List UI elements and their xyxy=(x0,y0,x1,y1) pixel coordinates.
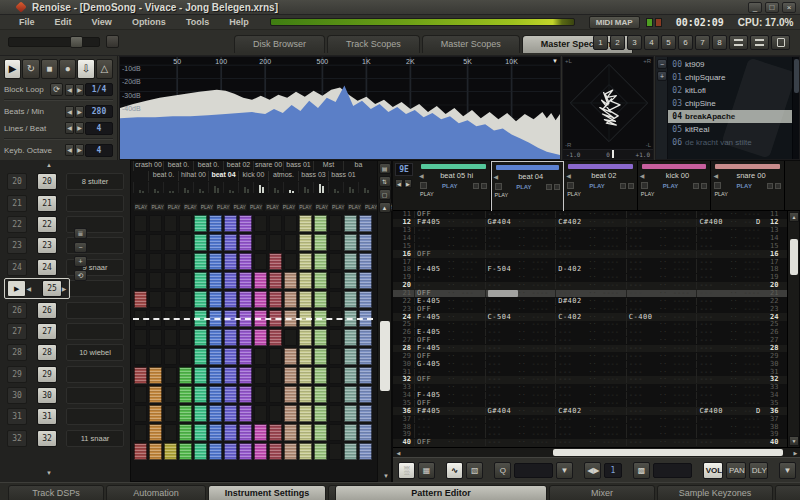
pattern-cell[interactable]: ---··---- xyxy=(696,353,767,360)
matrix-cell[interactable] xyxy=(134,386,147,403)
keyboard-value-field[interactable] xyxy=(653,463,692,478)
matrix-cell[interactable] xyxy=(359,443,372,460)
matrix-cell[interactable] xyxy=(344,253,357,270)
matrix-cell[interactable] xyxy=(179,253,192,270)
matrix-track-label[interactable]: atmos. xyxy=(268,171,298,181)
matrix-cell[interactable] xyxy=(164,272,177,289)
view-preset-5[interactable]: 5 xyxy=(661,35,676,50)
matrix-cell[interactable] xyxy=(179,443,192,460)
track-play-button[interactable]: PLAY xyxy=(347,203,361,211)
matrix-cell[interactable] xyxy=(209,291,222,308)
matrix-cell[interactable] xyxy=(284,291,297,308)
track-mute-button[interactable] xyxy=(495,183,502,190)
matrix-cell[interactable] xyxy=(314,443,327,460)
matrix-cell[interactable] xyxy=(209,405,222,422)
zoom-in-button[interactable]: + xyxy=(74,256,87,267)
single-track-view-button[interactable]: ░ xyxy=(398,462,415,479)
section-label[interactable] xyxy=(66,387,124,404)
section-label[interactable] xyxy=(66,195,124,212)
matrix-cell[interactable] xyxy=(179,348,192,365)
matrix-cell[interactable] xyxy=(284,234,297,251)
pattern-track-header-beat-04[interactable]: ◀beat 04PLAYPLAY xyxy=(491,161,565,211)
matrix-track-label[interactable]: bass 01 xyxy=(283,161,313,171)
pattern-cell[interactable]: ---··---- xyxy=(555,251,626,258)
pattern-cell[interactable]: ---··---- xyxy=(696,361,767,368)
menu-item-options[interactable]: Options xyxy=(123,16,175,28)
matrix-cell[interactable] xyxy=(209,215,222,232)
pattern-scroll-up[interactable]: ▲ xyxy=(789,212,799,222)
pattern-cell[interactable]: ---··---- xyxy=(696,345,767,352)
matrix-cell[interactable] xyxy=(344,272,357,289)
track-play-button[interactable]: PLAY xyxy=(183,203,197,211)
matrix-cell[interactable] xyxy=(194,215,207,232)
sequencer-position-dim[interactable]: 21 xyxy=(7,195,27,212)
matrix-cell[interactable] xyxy=(239,253,252,270)
sequencer-position[interactable]: 29 xyxy=(37,366,57,383)
pattern-track-header-kick-00[interactable]: ◀kick 00PLAYPLAY xyxy=(638,161,712,211)
matrix-cell[interactable] xyxy=(239,386,252,403)
sequencer-position[interactable]: 28 xyxy=(37,344,57,361)
matrix-cell[interactable] xyxy=(284,348,297,365)
matrix-cell[interactable] xyxy=(254,234,267,251)
sequencer-row-27[interactable]: 2727 xyxy=(0,321,130,342)
track-collapse-arrow[interactable]: ◀ xyxy=(640,172,645,179)
matrix-cell[interactable] xyxy=(269,215,282,232)
master-volume-slider[interactable] xyxy=(8,37,100,47)
matrix-cell[interactable] xyxy=(164,348,177,365)
matrix-track-label[interactable]: bass 01 xyxy=(328,171,358,181)
matrix-cell[interactable] xyxy=(329,386,342,403)
matrix-cell[interactable] xyxy=(269,405,282,422)
matrix-cell[interactable] xyxy=(179,291,192,308)
sequencer-position[interactable]: 22 xyxy=(37,216,57,233)
tab-sample-keyzones[interactable]: Sample Keyzones xyxy=(657,485,773,500)
view-preset-8[interactable]: 8 xyxy=(712,35,727,50)
pattern-cell[interactable]: ---··---- xyxy=(485,361,556,368)
sequencer-position[interactable]: 27 xyxy=(37,323,57,340)
matrix-cell[interactable] xyxy=(344,291,357,308)
bpm-dec[interactable]: ◀ xyxy=(65,106,74,118)
section-label[interactable] xyxy=(66,366,124,383)
view-preset-4[interactable]: 4 xyxy=(644,35,659,50)
matrix-cell[interactable] xyxy=(134,215,147,232)
matrix-cell[interactable] xyxy=(254,443,267,460)
track-play-cell[interactable]: PLAY xyxy=(167,195,181,211)
close-button[interactable]: × xyxy=(782,2,796,13)
matrix-cell[interactable] xyxy=(134,291,147,308)
track-play-state[interactable]: PLAY xyxy=(650,183,692,189)
matrix-cell[interactable] xyxy=(164,215,177,232)
view-preset-7[interactable]: 7 xyxy=(695,35,710,50)
automation-record-button[interactable]: ∿ xyxy=(446,462,463,479)
matrix-cell[interactable] xyxy=(179,405,192,422)
matrix-cell[interactable] xyxy=(149,272,162,289)
matrix-track-label[interactable]: snare 00 xyxy=(253,161,283,171)
matrix-cell[interactable] xyxy=(194,424,207,441)
matrix-square-icon[interactable]: ▢ xyxy=(379,189,391,200)
matrix-cell[interactable] xyxy=(134,443,147,460)
matrix-cell[interactable] xyxy=(149,234,162,251)
pattern-vscrollbar[interactable]: ▲ ▼ xyxy=(787,211,799,447)
matrix-cell[interactable] xyxy=(164,234,177,251)
edit-step-dec[interactable]: ◀▶ xyxy=(584,462,601,479)
pattern-cell[interactable]: ---··---- xyxy=(485,235,556,242)
matrix-cell[interactable] xyxy=(149,215,162,232)
sequencer-row-31[interactable]: 3131 xyxy=(0,406,130,427)
pattern-cell[interactable]: ---··---- xyxy=(696,243,767,250)
sequencer-row-20[interactable]: 20208 stuiter xyxy=(0,171,130,192)
matrix-cell[interactable] xyxy=(164,424,177,441)
tab-track-scopes[interactable]: Track Scopes xyxy=(327,35,420,53)
block-loop-dec[interactable]: ◀ xyxy=(65,84,74,96)
matrix-cell[interactable] xyxy=(314,234,327,251)
matrix-cell[interactable] xyxy=(149,291,162,308)
sequencer-row-29[interactable]: 2929 xyxy=(0,364,130,385)
tab-sample-editor[interactable]: Sample Editor xyxy=(775,485,800,500)
pattern-cell[interactable]: OFF··--- xyxy=(414,306,485,313)
matrix-cell[interactable] xyxy=(149,405,162,422)
matrix-cell[interactable] xyxy=(269,424,282,441)
matrix-track-label[interactable]: crash 00 xyxy=(133,161,163,171)
pattern-hscrollbar[interactable]: ◀ ▶ xyxy=(393,447,800,457)
pattern-cell[interactable]: ---··---- xyxy=(555,439,626,446)
pattern-cell[interactable]: ---··---- xyxy=(555,235,626,242)
play-button[interactable]: ▶ xyxy=(4,59,21,79)
sequencer-position[interactable]: 20 xyxy=(37,173,57,190)
sequencer-play-arrow[interactable]: ▶ xyxy=(7,280,26,297)
